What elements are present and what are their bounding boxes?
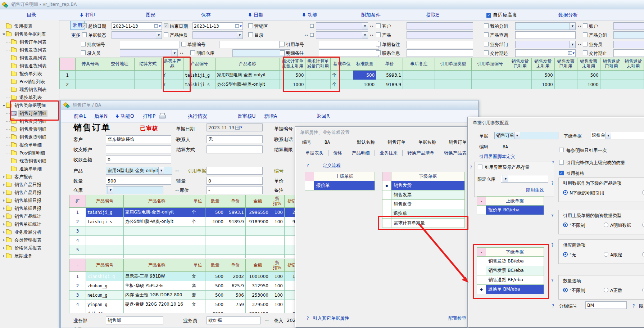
grid-cell[interactable]: 硬盘-希捷 320G 7200.10 16 [124,300,190,309]
grid-cell[interactable] [270,255,285,258]
chevron-down-icon[interactable] [108,187,113,194]
ellipsis-button[interactable] [175,187,179,192]
menu-data-analysis[interactable]: 数据分析 [558,12,578,18]
sidebar-item[interactable]: 报价单列表 [0,70,59,78]
grid-cell[interactable]: 家用G型电脑-金奥-onlyit [216,71,280,80]
menu-6[interactable]: 功能 [302,12,317,18]
tree-toggle[interactable] [1,175,6,178]
grid-cell[interactable]: 1 [69,208,86,217]
grid-cell[interactable] [124,226,190,236]
doc-date-field[interactable]: 2023-11-13 [207,123,263,131]
filter-checkbox[interactable] [583,42,588,46]
grid-cell[interactable]: 2 [69,281,86,291]
column-header[interactable]: 单价 [225,259,246,272]
ellipsis-button[interactable] [175,167,179,172]
grid-cell[interactable]: 500 [280,71,305,80]
column-header[interactable]: 引用单据编号 [471,58,509,71]
column-header[interactable]: 单位 [190,195,205,208]
menu-2[interactable]: 打印 [80,12,95,18]
filter-input[interactable] [407,41,473,48]
radio-button[interactable] [642,223,644,227]
mini-table-cell[interactable]: 退换单 BM/eba [486,285,544,294]
grid-cell[interactable]: taishiji_g [86,208,124,217]
sidebar-item[interactable]: 展期业务 [0,252,59,260]
mini-table-cell[interactable]: 退换单 [391,209,465,219]
mini-table-cell[interactable]: 报价单 [314,181,375,190]
column-header[interactable]: 销售发货已引用 [509,58,531,71]
sidebar-item[interactable]: 销售产品日报 [0,181,59,189]
sidebar-item[interactable]: 会员管理报表 [0,236,59,244]
grid-cell[interactable]: 9189.9 [225,217,246,226]
radio-button[interactable] [604,288,608,292]
help-icon[interactable] [307,163,309,168]
sidebar-item[interactable]: 销售订单明细 [0,109,59,117]
child-doc-select[interactable]: 退换单 [590,132,644,139]
mini-table-row[interactable]: 销售发票 [382,190,465,200]
tree-toggle[interactable] [1,231,6,234]
grid-cell[interactable] [105,80,135,89]
ref-once-checkbox[interactable] [559,148,564,152]
grid-cell[interactable] [246,236,270,245]
grid-cell[interactable] [270,236,285,245]
filter-checkbox[interactable] [376,50,381,55]
radio-button[interactable] [563,252,568,257]
grid-cell[interactable]: 1000 [353,80,376,89]
mini-table-cell[interactable]: 销售发货 BB/eba [486,257,544,266]
sidebar-item[interactable]: 业务发展分析 [0,228,59,236]
tab-3[interactable]: 产品明细 [347,150,375,156]
tree-toggle[interactable] [1,199,6,202]
collapse-icon[interactable]: - [477,247,486,257]
grid-cell[interactable] [403,71,435,80]
filter-checkbox[interactable] [280,50,285,55]
sidebar-item[interactable]: 现货销售明细 [0,157,59,165]
filter-checkbox[interactable] [484,32,489,37]
column-header[interactable]: 销售发票已引用 [554,58,577,71]
collapse-icon[interactable]: - [382,172,391,181]
filter-input[interactable] [319,49,379,57]
filter-date-field[interactable]: 2023-11-13 [112,22,162,30]
sidebar-item[interactable]: 退换单明细 [0,165,59,173]
grid-cell[interactable] [205,226,225,236]
grid-cell[interactable] [205,245,225,255]
filter-checkbox[interactable] [81,50,86,55]
column-header[interactable]: 结算方式 [135,58,162,71]
column-header[interactable]: - [69,259,86,272]
form-field[interactable]: 无 [207,135,263,143]
grid-cell[interactable]: taishiji_g [183,71,216,80]
menu-7[interactable]: 附加条件 [361,12,381,18]
toolbar-7[interactable]: 反审核U [237,113,255,120]
column-header[interactable]: 数量 [205,259,225,272]
filter-select[interactable] [316,22,368,30]
filter-input[interactable] [613,31,644,39]
help-icon[interactable] [470,165,472,170]
filter-select[interactable] [120,49,178,57]
form-field[interactable]: - [207,186,263,194]
tree-toggle[interactable] [1,207,6,210]
autofit-toggle[interactable]: 自适应高度 [486,12,517,18]
column-header[interactable]: 销售退货未引用 [623,58,644,71]
grid-cell[interactable] [246,226,270,236]
toolbar-8[interactable]: 新增A [264,113,277,120]
radio-button[interactable] [563,288,568,292]
grid-cell[interactable] [86,226,124,236]
sidebar-item[interactable]: 销售发票明细 [0,125,59,133]
column-header[interactable]: 传真号码 [75,58,105,71]
grid-cell[interactable]: 500 [205,281,225,291]
grid-cell[interactable] [623,71,644,80]
ellipsis-button[interactable] [370,23,374,28]
grid-cell[interactable] [509,80,531,89]
grid-cell[interactable] [86,236,124,245]
dept-field[interactable]: 销售部 [106,316,163,324]
grid-cell[interactable]: 100 [270,300,285,309]
form-field[interactable] [106,186,163,194]
grid-cell[interactable]: 1000 [577,80,600,89]
grid-cell[interactable]: 套 [190,300,205,309]
grid-cell[interactable] [225,245,246,255]
grid-cell[interactable]: yinpan_g [86,300,124,309]
filter-date-field[interactable]: 2023-11-13 [192,22,243,30]
column-header[interactable]: 产品名称 [124,259,190,272]
grid-cell[interactable]: 9189900 [246,217,270,226]
menu-1[interactable]: 目录 [27,12,36,18]
mini-table-cell[interactable]: 销售发票 BC/eba [486,266,544,275]
filter-input[interactable] [407,31,473,39]
